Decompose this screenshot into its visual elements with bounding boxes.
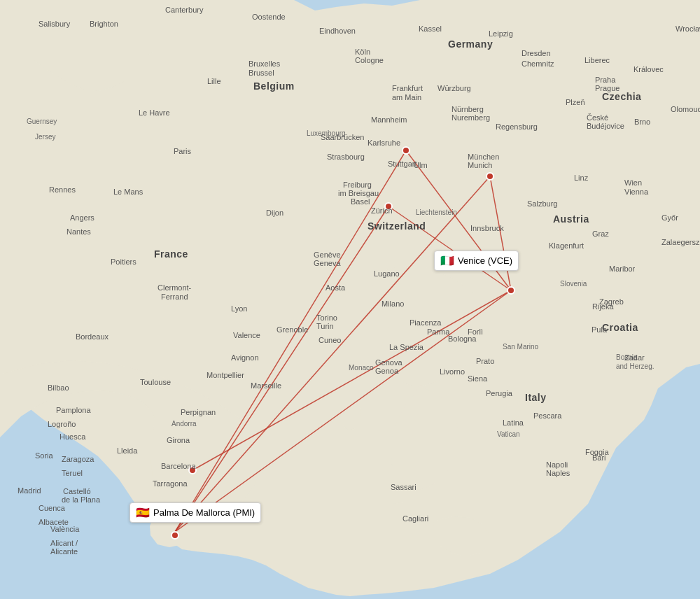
map-svg [0,0,700,599]
venice-flag: 🇮🇹 [440,254,454,267]
venice-airport-label: 🇮🇹 Venice (VCE) [434,251,519,271]
svg-point-8 [402,147,410,154]
svg-point-13 [172,532,178,539]
palma-flag: 🇪🇸 [136,506,150,519]
venice-label-text: Venice (VCE) [458,255,512,266]
map-container: GermanyBelgiumFranceSwitzerlandAustriaCz… [0,0,700,599]
palma-airport-label: 🇪🇸 Palma De Mallorca (PMI) [130,502,261,523]
svg-point-12 [507,287,514,294]
svg-point-9 [486,173,493,180]
palma-label-text: Palma De Mallorca (PMI) [153,507,255,518]
svg-point-11 [189,467,196,474]
svg-point-10 [385,203,392,210]
